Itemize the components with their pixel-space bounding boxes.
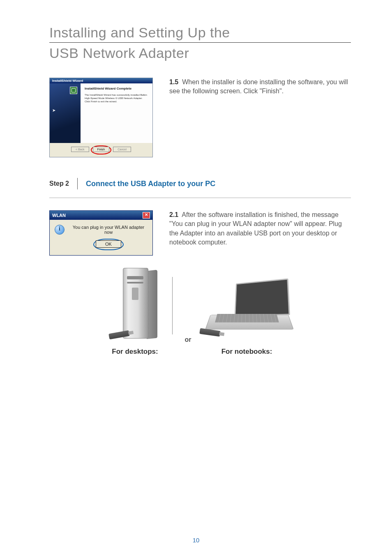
step-1-5-text: 1.5 When the installer is done installin…	[169, 78, 351, 96]
illustration-divider	[172, 277, 173, 334]
desktop-illustration: For desktops:	[111, 268, 160, 356]
step-2-1-body: After the software installation is finis…	[169, 211, 342, 246]
step-1-5-body: When the installer is done installing th…	[169, 78, 348, 94]
notebooks-caption: For notebooks:	[204, 348, 290, 356]
installshield-footer: < Back Finish Cancel	[50, 143, 152, 157]
wlan-message-wrap: You can plug in your WLAN adapter now OK	[69, 225, 148, 250]
desktops-caption: For desktops:	[111, 348, 160, 356]
step-2-1-text: 2.1 After the software installation is f…	[169, 210, 351, 247]
step-2-label: Step 2	[49, 180, 77, 187]
back-button[interactable]: < Back	[71, 147, 89, 152]
desktop-tower-icon	[111, 268, 160, 342]
title-rule	[49, 42, 351, 43]
step-2-divider	[77, 178, 78, 189]
step-2-header: Step 2 Connect the USB Adapter to your P…	[49, 178, 351, 189]
installshield-content: InstallShield Wizard Complete The Instal…	[81, 83, 152, 143]
wlan-title-text: WLAN	[52, 213, 66, 218]
info-icon	[55, 225, 65, 235]
installshield-titlebar: InstallShield Wizard	[50, 78, 152, 83]
wlan-dialog-screenshot: WLAN ✕ You can plug in your WLAN adapter…	[49, 210, 153, 256]
step-2-title: Connect the USB Adapter to your PC	[86, 180, 215, 188]
section-2-1: WLAN ✕ You can plug in your WLAN adapter…	[49, 210, 351, 256]
highlight-circle-finish: Finish	[91, 145, 112, 154]
ok-button[interactable]: OK	[96, 240, 121, 248]
wlan-ok-wrap: OK	[69, 239, 148, 250]
step-2-1-number: 2.1	[169, 211, 178, 218]
step-2-rule	[49, 198, 351, 198]
installshield-body: ➤ InstallShield Wizard Complete The Inst…	[50, 83, 152, 143]
installshield-heading: InstallShield Wizard Complete	[85, 87, 148, 90]
cancel-button[interactable]: Cancel	[113, 147, 131, 152]
close-icon[interactable]: ✕	[143, 212, 150, 219]
laptop-icon	[204, 280, 290, 342]
installshield-text: The InstallShield Wizard has successfull…	[85, 94, 148, 103]
wlan-titlebar: WLAN ✕	[50, 211, 152, 220]
installshield-screenshot: InstallShield Wizard ➤ InstallShield Wiz…	[49, 78, 153, 157]
wlan-body: You can plug in your WLAN adapter now OK	[50, 220, 152, 255]
step-1-5-number: 1.5	[169, 78, 178, 85]
page-number: 10	[0, 537, 392, 544]
title-line-2: USB Network Adapter	[49, 45, 351, 61]
section-1-5: InstallShield Wizard ➤ InstallShield Wiz…	[49, 78, 351, 157]
box-icon	[70, 87, 77, 94]
highlight-circle-ok: OK	[93, 239, 124, 250]
page: Installing and Setting Up the USB Networ…	[0, 0, 392, 560]
installshield-sidebar: ➤	[50, 83, 81, 143]
title-line-1: Installing and Setting Up the	[49, 25, 351, 41]
illustration-row: For desktops: or For notebooks:	[49, 268, 351, 356]
wlan-message: You can plug in your WLAN adapter now	[69, 225, 148, 235]
notebook-illustration: For notebooks:	[204, 280, 290, 356]
cursor-icon: ➤	[52, 108, 55, 113]
finish-button[interactable]: Finish	[93, 147, 110, 152]
page-title-block: Installing and Setting Up the USB Networ…	[49, 25, 351, 61]
or-label: or	[185, 336, 191, 356]
